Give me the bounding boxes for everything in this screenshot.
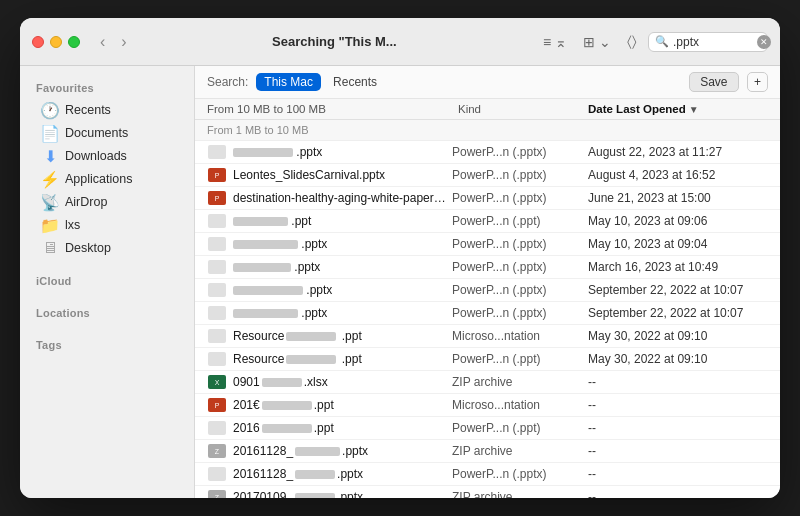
table-row[interactable]: .ppt PowerP...n (.ppt) May 10, 2023 at 0… [195, 210, 780, 233]
file-thumb [208, 214, 226, 228]
search-input[interactable] [673, 35, 753, 49]
table-row[interactable]: .pptx PowerP...n (.pptx) March 16, 2023 … [195, 256, 780, 279]
column-headers: From 10 MB to 100 MB Kind Date Last Open… [195, 99, 780, 120]
search-bar-actions: Save + [689, 72, 768, 92]
search-icon: 🔍 [655, 35, 669, 48]
file-icon: P [207, 397, 227, 413]
file-date: September 22, 2022 at 10:07 [588, 283, 768, 297]
table-row[interactable]: Z 20161128_.pptx ZIP archive -- [195, 440, 780, 463]
share-button[interactable]: 〈〉 [622, 30, 642, 53]
search-clear-button[interactable]: ✕ [757, 35, 771, 49]
file-name: .pptx [233, 237, 446, 251]
table-row[interactable]: .pptx PowerP...n (.pptx) September 22, 2… [195, 302, 780, 325]
file-thumb [208, 329, 226, 343]
sidebar-label-applications: Applications [65, 172, 132, 186]
file-kind: PowerP...n (.pptx) [452, 260, 582, 274]
forward-button[interactable]: › [117, 31, 130, 53]
sidebar-item-recents[interactable]: 🕐 Recents [26, 99, 188, 121]
redacted-name [295, 447, 340, 456]
window-title: Searching "This M... [139, 34, 530, 49]
sidebar-item-downloads[interactable]: ⬇ Downloads [26, 145, 188, 167]
back-button[interactable]: ‹ [96, 31, 109, 53]
file-date: June 21, 2023 at 15:00 [588, 191, 768, 205]
file-name: .pptx [233, 283, 446, 297]
file-icon [207, 213, 227, 229]
table-row[interactable]: P Leontes_SlidesCarnival.pptx PowerP...n… [195, 164, 780, 187]
table-row[interactable]: 20161128_.pptx PowerP...n (.pptx) -- [195, 463, 780, 486]
maximize-button[interactable] [68, 36, 80, 48]
file-kind: PowerP...n (.pptx) [452, 191, 582, 205]
file-date: August 4, 2023 at 16:52 [588, 168, 768, 182]
col-kind-header[interactable]: Kind [458, 103, 588, 115]
file-kind: PowerP...n (.pptx) [452, 306, 582, 320]
sidebar-item-ixs[interactable]: 📁 lxs [26, 214, 188, 236]
file-name: 201€.ppt [233, 398, 446, 412]
redacted-name [262, 424, 312, 433]
table-row[interactable]: P destination-healthy-aging-white-paper-… [195, 187, 780, 210]
close-button[interactable] [32, 36, 44, 48]
file-thumb [208, 306, 226, 320]
table-row[interactable]: 2016.ppt PowerP...n (.ppt) -- [195, 417, 780, 440]
redacted-name [233, 148, 293, 157]
file-thumb [208, 467, 226, 481]
file-name: Leontes_SlidesCarnival.pptx [233, 168, 446, 182]
redacted-name [233, 263, 291, 272]
file-thumb: Z [208, 444, 226, 458]
table-row[interactable]: P 201€.ppt Microso...ntation -- [195, 394, 780, 417]
file-kind: ZIP archive [452, 444, 582, 458]
list-view-button[interactable]: ≡ ⌅ [538, 31, 572, 53]
file-name: 20161128_.pptx [233, 467, 446, 481]
redacted-name [295, 470, 335, 479]
redacted-name [262, 378, 302, 387]
sidebar-item-documents[interactable]: 📄 Documents [26, 122, 188, 144]
table-row[interactable]: .pptx PowerP...n (.pptx) May 10, 2023 at… [195, 233, 780, 256]
table-row[interactable]: X 0901.xlsx ZIP archive -- [195, 371, 780, 394]
file-kind: PowerP...n (.ppt) [452, 214, 582, 228]
file-icon: P [207, 190, 227, 206]
file-date: -- [588, 398, 768, 412]
file-name: .pptx [233, 145, 446, 159]
file-thumb [208, 260, 226, 274]
file-kind: Microso...ntation [452, 329, 582, 343]
this-mac-pill[interactable]: This Mac [256, 73, 321, 91]
redacted-name [286, 332, 336, 341]
add-button[interactable]: + [747, 72, 768, 92]
table-row[interactable]: Resource .ppt Microso...ntation May 30, … [195, 325, 780, 348]
airdrop-icon: 📡 [42, 194, 58, 210]
sidebar-item-airdrop[interactable]: 📡 AirDrop [26, 191, 188, 213]
file-date: -- [588, 421, 768, 435]
titlebar: ‹ › Searching "This M... ≡ ⌅ ⊞ ⌄ 〈〉 🔍 ✕ [20, 18, 780, 66]
file-icon [207, 305, 227, 321]
table-row[interactable]: .pptx PowerP...n (.pptx) August 22, 2023… [195, 141, 780, 164]
table-row[interactable]: .pptx PowerP...n (.pptx) September 22, 2… [195, 279, 780, 302]
save-button[interactable]: Save [689, 72, 738, 92]
recents-tab[interactable]: Recents [329, 73, 381, 91]
sidebar-item-desktop[interactable]: 🖥 Desktop [26, 237, 188, 259]
file-icon [207, 328, 227, 344]
file-date: -- [588, 467, 768, 481]
file-thumb: P [208, 398, 226, 412]
table-row[interactable]: Resource .ppt PowerP...n (.ppt) May 30, … [195, 348, 780, 371]
redacted-name [262, 401, 312, 410]
file-date: May 10, 2023 at 09:06 [588, 214, 768, 228]
grid-view-button[interactable]: ⊞ ⌄ [578, 31, 616, 53]
redacted-name [233, 309, 298, 318]
minimize-button[interactable] [50, 36, 62, 48]
main-content: Favourites 🕐 Recents 📄 Documents ⬇ Downl… [20, 66, 780, 498]
file-thumb [208, 352, 226, 366]
file-icon: Z [207, 443, 227, 459]
finder-window: ‹ › Searching "This M... ≡ ⌅ ⊞ ⌄ 〈〉 🔍 ✕ … [20, 18, 780, 498]
redacted-name [233, 286, 303, 295]
table-row[interactable]: Z 20170109_.pptx ZIP archive -- [195, 486, 780, 498]
col-date-header[interactable]: Date Last Opened ▼ [588, 103, 768, 115]
sidebar-item-applications[interactable]: ⚡ Applications [26, 168, 188, 190]
file-list[interactable]: From 1 MB to 10 MB .pptx PowerP...n (.pp… [195, 120, 780, 498]
section-divider-1mb: From 1 MB to 10 MB [195, 120, 780, 141]
file-name: 20170109_.pptx [233, 490, 446, 498]
file-icon [207, 351, 227, 367]
file-thumb [208, 145, 226, 159]
sidebar-label-ixs: lxs [65, 218, 80, 232]
file-icon [207, 259, 227, 275]
folder-icon: 📁 [42, 217, 58, 233]
search-box: 🔍 ✕ [648, 32, 768, 52]
